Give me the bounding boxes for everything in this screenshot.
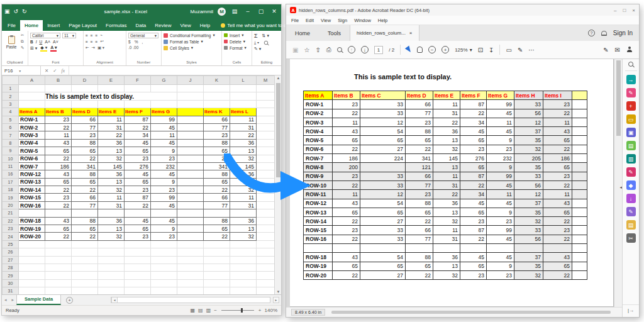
number-format-select[interactable]: General▾ — [128, 33, 158, 38]
print-icon[interactable]: ⎙ — [326, 46, 331, 53]
cell[interactable]: 45 — [151, 201, 177, 209]
cell[interactable]: 36 — [230, 170, 257, 178]
cell[interactable]: 65 — [72, 178, 98, 186]
cell[interactable] — [230, 287, 257, 294]
cell[interactable] — [72, 287, 98, 294]
export-pdf-icon[interactable]: → — [626, 75, 636, 84]
cell[interactable]: 45 — [151, 217, 177, 225]
cell[interactable] — [177, 217, 204, 225]
menu-edit[interactable]: Edit — [306, 18, 314, 23]
zoom-level-select[interactable]: 125%▾ — [455, 47, 472, 53]
scroll-up-icon[interactable]: ▲ — [275, 76, 281, 80]
cell[interactable]: Items E — [98, 108, 125, 116]
more-tools-icon[interactable]: ⋯ — [528, 47, 535, 53]
cell[interactable] — [177, 225, 204, 233]
minimize-icon[interactable]: – — [614, 8, 616, 13]
percent-icon[interactable]: % — [135, 40, 138, 44]
cell[interactable]: 23 — [45, 116, 72, 123]
cell[interactable]: ROW-6 — [19, 155, 45, 162]
cell[interactable] — [98, 209, 125, 217]
cell[interactable]: 45 — [125, 170, 151, 178]
merge-center-icon[interactable]: ▣ ▾ — [97, 45, 104, 50]
decimal-icons[interactable]: .0 .00 — [128, 45, 138, 50]
find-select-icon[interactable] — [264, 41, 268, 45]
cell[interactable] — [19, 209, 45, 217]
tab-file[interactable]: File — [3, 20, 20, 31]
cell[interactable]: 22 — [45, 186, 72, 194]
page-break-view-icon[interactable]: ▥ — [206, 308, 211, 313]
cell[interactable]: 65 — [204, 225, 230, 233]
tell-me-box[interactable]: Tell me what you want to do — [221, 23, 289, 31]
cell[interactable]: 45 — [151, 123, 177, 131]
next-page-icon[interactable]: ↓ — [361, 46, 369, 53]
cell[interactable] — [45, 272, 72, 279]
tab-view[interactable]: View — [176, 20, 196, 31]
cell[interactable] — [230, 92, 257, 100]
cell[interactable] — [177, 233, 204, 240]
cell[interactable]: ROW-2 — [19, 123, 45, 131]
row-header[interactable]: 10 — [3, 155, 19, 162]
cell[interactable]: 22 — [204, 233, 230, 240]
cell[interactable]: 22 — [45, 201, 72, 209]
cell[interactable] — [125, 85, 151, 92]
currency-icon[interactable]: $ — [128, 40, 131, 44]
cell[interactable]: 77 — [72, 201, 98, 209]
cell[interactable] — [19, 256, 45, 264]
format-as-table-button[interactable]: Format as Table — [170, 40, 199, 44]
excel-horizontal-scrollbar[interactable]: ◂ — [111, 297, 270, 303]
cell[interactable]: 77 — [204, 123, 230, 131]
row-header[interactable]: 6 — [3, 123, 19, 131]
cell[interactable] — [257, 162, 275, 170]
cell[interactable]: ROW-19 — [19, 225, 45, 233]
row-header[interactable]: 9 — [3, 147, 19, 155]
cell[interactable]: 36 — [230, 217, 257, 225]
star-icon[interactable]: ☆ — [304, 47, 309, 53]
cell[interactable]: ROW-5 — [19, 147, 45, 155]
cell[interactable] — [151, 287, 177, 294]
protect-icon[interactable]: ◆ — [626, 180, 636, 190]
cell[interactable] — [257, 217, 275, 225]
row-header[interactable]: 22 — [3, 217, 19, 225]
sheet-nav-left-icon[interactable]: ◂ — [2, 297, 9, 303]
tab-review[interactable]: Review — [150, 20, 175, 31]
cell[interactable]: 45 — [125, 217, 151, 225]
cell[interactable]: ROW-4 — [19, 139, 45, 147]
row-header[interactable]: 18 — [3, 186, 19, 194]
cell[interactable]: 36 — [230, 139, 257, 147]
cell[interactable]: 77 — [204, 201, 230, 209]
wrap-text-icon[interactable]: ↩ — [100, 39, 103, 44]
cell[interactable]: 45 — [125, 139, 151, 147]
column-header[interactable]: F — [125, 76, 151, 85]
cell[interactable]: 31 — [98, 201, 125, 209]
comment-icon[interactable]: ▭ — [626, 114, 636, 124]
hscroll-right-icon[interactable]: ▸ — [273, 297, 279, 303]
avatar[interactable]: M — [218, 8, 226, 16]
cell[interactable]: 43 — [45, 170, 72, 178]
save-icon[interactable]: ▣ — [4, 8, 10, 14]
cell[interactable]: 65 — [204, 178, 230, 186]
row-header[interactable]: 7 — [3, 131, 19, 139]
cell[interactable] — [230, 100, 257, 108]
align-right-icon[interactable]: ≡ — [96, 40, 98, 44]
cell[interactable] — [230, 264, 257, 271]
font-color-icon[interactable]: A ▾ — [50, 45, 57, 52]
cell[interactable]: ROW-14 — [19, 186, 45, 194]
row-header[interactable]: 24 — [3, 233, 19, 240]
maximize-icon[interactable]: □ — [623, 8, 626, 13]
cell[interactable]: 32 — [98, 155, 125, 162]
cell[interactable] — [177, 256, 204, 264]
cell[interactable]: 31 — [230, 123, 257, 131]
cell[interactable]: 87 — [125, 116, 151, 123]
indent-decrease-icon[interactable]: ⇤ — [86, 45, 89, 50]
zoom-out-icon[interactable]: − — [428, 46, 436, 53]
cell[interactable]: 22 — [204, 186, 230, 194]
row-header[interactable]: 20 — [3, 201, 19, 209]
row-header[interactable]: 30 — [3, 279, 19, 287]
fill-sign-icon[interactable]: ✎ — [626, 167, 636, 177]
cell[interactable] — [257, 123, 275, 131]
cell[interactable]: 9 — [151, 147, 177, 155]
autosum-button[interactable]: Σ — [254, 33, 258, 39]
cell[interactable]: ROW-20 — [19, 233, 45, 240]
cell[interactable] — [19, 85, 45, 92]
cell[interactable] — [257, 256, 275, 264]
